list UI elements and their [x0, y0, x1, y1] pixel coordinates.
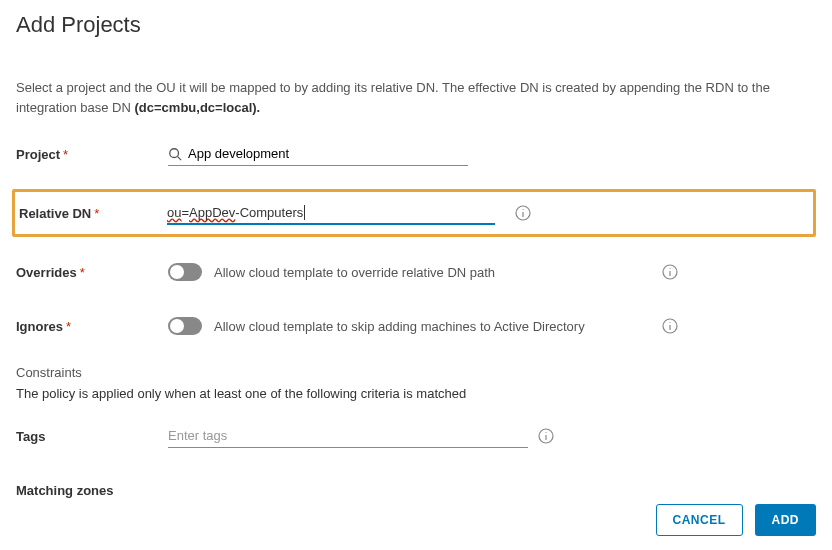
overrides-label-text: Overrides [16, 265, 77, 280]
svg-line-1 [178, 156, 182, 160]
add-button[interactable]: ADD [755, 504, 817, 536]
project-field-wrap [168, 142, 816, 166]
ignores-label: Ignores* [16, 319, 168, 334]
required-marker: * [94, 206, 99, 221]
svg-point-12 [545, 432, 546, 433]
matching-zones-label: Matching zones [16, 483, 168, 498]
overrides-field: Allow cloud template to override relativ… [168, 263, 678, 281]
svg-point-3 [522, 209, 523, 210]
relative-dn-display: ou=AppDev-Computers​ [167, 205, 305, 220]
tags-input[interactable] [168, 426, 528, 445]
overrides-toggle-label: Allow cloud template to override relativ… [214, 265, 495, 280]
ignores-toggle-label: Allow cloud template to skip adding mach… [214, 319, 585, 334]
description: Select a project and the OU it will be m… [16, 78, 816, 117]
constraints-description: The policy is applied only when at least… [16, 386, 816, 401]
tags-row: Tags [16, 421, 816, 451]
overrides-toggle[interactable] [168, 263, 202, 281]
ignores-toggle[interactable] [168, 317, 202, 335]
tags-field-wrap [168, 424, 816, 448]
info-icon[interactable] [515, 205, 531, 221]
footer: CANCEL ADD [656, 504, 817, 536]
svg-point-6 [669, 268, 670, 269]
svg-point-0 [170, 148, 179, 157]
description-text: Select a project and the OU it will be m… [16, 80, 770, 115]
relative-dn-input-shell[interactable]: ou=AppDev-Computers​ [167, 201, 495, 225]
matching-zones-row: Matching zones [16, 475, 816, 505]
relative-dn-label-text: Relative DN [19, 206, 91, 221]
overrides-row: Overrides* Allow cloud template to overr… [16, 257, 816, 287]
relative-dn-row: Relative DN* ou=AppDev-Computers​ [15, 198, 809, 228]
info-icon[interactable] [662, 264, 678, 280]
overrides-label: Overrides* [16, 265, 168, 280]
page-title: Add Projects [16, 12, 816, 38]
info-icon[interactable] [662, 318, 678, 334]
constraints-heading: Constraints [16, 365, 816, 380]
tags-label: Tags [16, 429, 168, 444]
relative-dn-field-wrap: ou=AppDev-Computers​ [167, 201, 809, 225]
description-bold: (dc=cmbu,dc=local). [135, 100, 261, 115]
relative-dn-highlight: Relative DN* ou=AppDev-Computers​ [12, 189, 816, 237]
ignores-row: Ignores* Allow cloud template to skip ad… [16, 311, 816, 341]
project-label: Project* [16, 147, 168, 162]
search-icon [168, 147, 182, 161]
info-icon[interactable] [538, 428, 554, 444]
ignores-label-text: Ignores [16, 319, 63, 334]
cancel-button[interactable]: CANCEL [656, 504, 743, 536]
project-row: Project* [16, 139, 816, 169]
tags-input-shell[interactable] [168, 424, 528, 448]
project-label-text: Project [16, 147, 60, 162]
required-marker: * [80, 265, 85, 280]
ignores-field: Allow cloud template to skip adding mach… [168, 317, 678, 335]
required-marker: * [66, 319, 71, 334]
svg-point-9 [669, 322, 670, 323]
relative-dn-label: Relative DN* [15, 206, 167, 221]
project-input-shell[interactable] [168, 142, 468, 166]
required-marker: * [63, 147, 68, 162]
project-input[interactable] [188, 144, 468, 163]
